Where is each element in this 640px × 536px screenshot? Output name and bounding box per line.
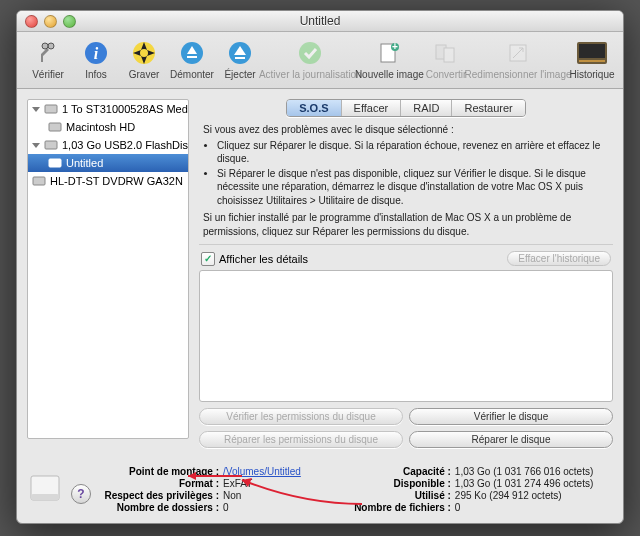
toolbar: Vérifier iInfos Graver Démonter Éjecter …: [17, 32, 623, 89]
burn-button[interactable]: Graver: [121, 36, 167, 82]
help-button[interactable]: ?: [71, 484, 91, 504]
info-row: Capacité :1,03 Go (1 031 766 016 octets): [331, 466, 593, 477]
tab-s.o.s[interactable]: S.O.S: [287, 100, 341, 116]
svg-rect-20: [45, 105, 57, 113]
svg-rect-23: [49, 159, 61, 167]
svg-point-0: [48, 43, 54, 49]
svg-rect-15: [444, 48, 454, 62]
volume-icon: [48, 156, 62, 170]
info-row: Nombre de dossiers :0: [99, 502, 301, 513]
sidebar-item-label: HL-DT-ST DVDRW GA32N: [50, 175, 183, 187]
history-button[interactable]: Historique: [569, 36, 615, 82]
svg-point-1: [42, 43, 48, 49]
disk-icon: [27, 470, 63, 506]
svg-rect-24: [33, 177, 45, 185]
info-row: Disponible :1,03 Go (1 031 274 496 octet…: [331, 478, 593, 489]
svg-rect-26: [31, 494, 59, 500]
drive-icon: [44, 102, 58, 116]
eject-button[interactable]: Éjecter: [217, 36, 263, 82]
svg-rect-21: [49, 123, 61, 131]
sidebar-item[interactable]: 1 To ST31000528AS Media: [28, 100, 188, 118]
sidebar-item[interactable]: 1,03 Go USB2.0 FlashDis…: [28, 136, 188, 154]
verify-disk-button[interactable]: Vérifier le disque: [409, 408, 613, 425]
sidebar-item[interactable]: Untitled: [28, 154, 188, 172]
info-row: Respect des privilèges :Non: [99, 490, 301, 501]
info-row: Nombre de fichiers :0: [331, 502, 593, 513]
window-title: Untitled: [17, 14, 623, 28]
show-details-label: Afficher les détails: [219, 253, 308, 265]
instructions: Si vous avez des problèmes avec le disqu…: [199, 123, 613, 245]
resize-button: Redimensionner l'image: [471, 36, 565, 82]
new-image-button[interactable]: +Nouvelle image: [358, 36, 421, 82]
convert-button: Convertir: [423, 36, 469, 82]
tab-bar: S.O.SEffacerRAIDRestaurer: [199, 99, 613, 117]
log-area: [199, 270, 613, 402]
info-row: Point de montage :/Volumes/Untitled: [99, 466, 301, 477]
sidebar-item-label: Untitled: [66, 157, 103, 169]
sidebar[interactable]: 1 To ST31000528AS MediaMacintosh HD1,03 …: [27, 99, 189, 439]
mount-point-link[interactable]: /Volumes/Untitled: [223, 466, 301, 477]
svg-text:+: +: [392, 41, 398, 52]
sidebar-item[interactable]: Macintosh HD: [28, 118, 188, 136]
svg-point-10: [299, 42, 321, 64]
svg-rect-18: [579, 44, 605, 58]
tab-effacer[interactable]: Effacer: [342, 100, 402, 116]
verify-button[interactable]: Vérifier: [25, 36, 71, 82]
repair-disk-button[interactable]: Réparer le disque: [409, 431, 613, 448]
svg-rect-7: [187, 56, 197, 58]
info-row: Format :ExFAT: [99, 478, 301, 489]
sidebar-item-label: 1,03 Go USB2.0 FlashDis…: [62, 139, 188, 151]
repair-permissions-button: Réparer les permissions du disque: [199, 431, 403, 448]
journal-button: Activer la journalisation: [265, 36, 356, 82]
svg-rect-19: [579, 60, 605, 62]
verify-permissions-button: Vérifier les permissions du disque: [199, 408, 403, 425]
tab-restaurer[interactable]: Restaurer: [452, 100, 524, 116]
sidebar-item-label: 1 To ST31000528AS Media: [62, 103, 188, 115]
info-row: Utilisé :295 Ko (294 912 octets): [331, 490, 593, 501]
sidebar-item[interactable]: HL-DT-ST DVDRW GA32N: [28, 172, 188, 190]
drive-icon: [44, 138, 58, 152]
sidebar-item-label: Macintosh HD: [66, 121, 135, 133]
show-details-checkbox[interactable]: ✓: [201, 252, 215, 266]
clear-history-button: Effacer l'historique: [507, 251, 611, 266]
titlebar: Untitled: [17, 11, 623, 32]
tab-raid[interactable]: RAID: [401, 100, 452, 116]
volume-icon: [48, 120, 62, 134]
svg-rect-22: [45, 141, 57, 149]
drive-icon: [32, 174, 46, 188]
svg-point-5: [140, 49, 148, 57]
unmount-button[interactable]: Démonter: [169, 36, 215, 82]
svg-text:i: i: [94, 45, 99, 62]
svg-rect-9: [235, 57, 245, 59]
info-button[interactable]: iInfos: [73, 36, 119, 82]
